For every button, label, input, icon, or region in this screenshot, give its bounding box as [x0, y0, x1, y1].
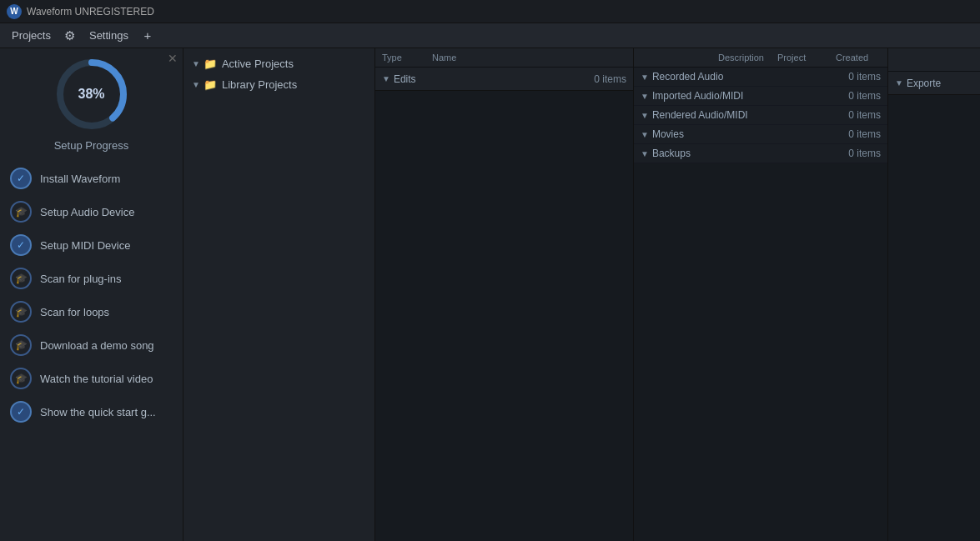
setup-label-demo: Download a demo song	[40, 339, 154, 352]
folder-icon-library: 📁	[204, 78, 217, 91]
setup-item-quickstart[interactable]: ✓ Show the quick start g...	[0, 395, 183, 428]
imported-audio-arrow: ▼	[641, 92, 649, 101]
edits-panel: Type Name ▼ Edits 0 items	[375, 48, 634, 541]
rendered-audio-left: ▼ Rendered Audio/MIDI	[641, 109, 748, 121]
backups-left: ▼ Backups	[641, 148, 691, 159]
active-projects-label: Active Projects	[222, 58, 294, 70]
tree-item-active-projects[interactable]: ▼ 📁 Active Projects	[183, 53, 374, 74]
setup-label-quickstart: Show the quick start g...	[40, 406, 156, 418]
setup-label-install: Install Waveform	[40, 173, 120, 185]
rendered-audio-count: 0 items	[848, 109, 881, 121]
edits-arrow: ▼	[382, 74, 390, 83]
exported-panel: ▼ Exporte	[888, 48, 980, 541]
media-row-movies[interactable]: ▼ Movies 0 items	[634, 125, 887, 144]
exported-header: ▼ Exporte	[888, 72, 980, 95]
media-row-rendered-audio[interactable]: ▼ Rendered Audio/MIDI 0 items	[634, 106, 887, 125]
media-row-recorded-audio[interactable]: ▼ Recorded Audio 0 items	[634, 68, 887, 87]
edits-empty-area	[375, 91, 633, 541]
menu-item-projects[interactable]: Projects	[3, 26, 59, 45]
folder-icon-active: 📁	[204, 58, 217, 70]
backups-label: Backups	[652, 148, 691, 159]
cap-icon-demo: 🎓	[10, 334, 32, 356]
tree-item-library-projects[interactable]: ▼ 📁 Library Projects	[183, 74, 374, 95]
setup-item-install-waveform[interactable]: ✓ Install Waveform	[0, 162, 183, 195]
movies-left: ▼ Movies	[641, 128, 684, 140]
check-icon-quickstart: ✓	[10, 401, 32, 423]
menu-bar: Projects ⚙ Settings +	[0, 23, 980, 48]
media-col-row: Description Project Created	[634, 48, 887, 68]
table-col-row: Type Name	[375, 48, 633, 68]
app-icon: W	[7, 4, 22, 19]
media-row-imported-audio[interactable]: ▼ Imported Audio/MIDI 0 items	[634, 87, 887, 106]
arrow-active-projects: ▼	[192, 59, 200, 68]
setup-label-tutorial: Watch the tutorial video	[40, 373, 153, 385]
edits-count: 0 items	[594, 73, 626, 85]
edits-header: ▼ Edits 0 items	[375, 68, 633, 91]
cap-icon-plugins: 🎓	[10, 268, 32, 289]
exported-col-row	[888, 48, 980, 72]
backups-count: 0 items	[848, 148, 881, 159]
progress-percent: 38%	[78, 87, 104, 102]
media-col-header-desc: Description	[704, 51, 771, 64]
imported-audio-left: ▼ Imported Audio/MIDI	[641, 90, 743, 102]
title-bar: W Waveform UNREGISTERED	[0, 0, 980, 23]
setup-item-demo-song[interactable]: 🎓 Download a demo song	[0, 328, 183, 362]
backups-arrow: ▼	[641, 149, 649, 158]
setup-label-plugins: Scan for plug-ins	[40, 273, 122, 285]
media-empty-area	[634, 163, 887, 541]
media-row-backups[interactable]: ▼ Backups 0 items	[634, 144, 887, 163]
library-projects-label: Library Projects	[222, 78, 297, 91]
setup-label-loops: Scan for loops	[40, 306, 109, 318]
setup-item-scan-plugins[interactable]: 🎓 Scan for plug-ins	[0, 262, 183, 295]
exported-label: Exporte	[907, 78, 941, 89]
movies-label: Movies	[652, 128, 684, 140]
recorded-audio-label: Recorded Audio	[652, 71, 723, 83]
col-header-name: Name	[425, 51, 633, 64]
media-col-header-created: Created	[829, 51, 887, 64]
col-header-type: Type	[375, 51, 425, 64]
media-col-header-project: Project	[771, 51, 829, 64]
exported-arrow: ▼	[895, 78, 903, 88]
media-col-header-name	[634, 51, 704, 64]
setup-label-midi: Setup MIDI Device	[40, 239, 130, 252]
menu-item-settings[interactable]: Settings	[81, 26, 137, 45]
check-icon-install: ✓	[10, 168, 32, 189]
recorded-audio-count: 0 items	[848, 71, 881, 83]
movies-arrow: ▼	[641, 130, 649, 139]
recorded-audio-arrow: ▼	[641, 73, 649, 82]
setup-item-scan-loops[interactable]: 🎓 Scan for loops	[0, 295, 183, 328]
progress-circle-wrap: 38%	[54, 57, 129, 134]
arrow-library-projects: ▼	[192, 80, 200, 89]
projects-panel: ▼ 📁 Active Projects ▼ 📁 Library Projects	[183, 48, 375, 541]
cap-icon-tutorial: 🎓	[10, 368, 32, 389]
cap-icon-loops: 🎓	[10, 301, 32, 323]
setup-label-audio: Setup Audio Device	[40, 206, 134, 218]
close-setup-button[interactable]: ✕	[168, 52, 178, 65]
rendered-audio-arrow: ▼	[641, 111, 649, 120]
imported-audio-label: Imported Audio/MIDI	[652, 90, 743, 102]
cap-icon-audio: 🎓	[10, 201, 32, 223]
exported-empty-area	[888, 95, 980, 541]
media-panel: Description Project Created ▼ Recorded A…	[634, 48, 888, 541]
check-icon-midi: ✓	[10, 234, 32, 256]
rendered-audio-label: Rendered Audio/MIDI	[652, 109, 748, 121]
edits-header-left: ▼ Edits	[382, 73, 416, 85]
setup-item-tutorial[interactable]: 🎓 Watch the tutorial video	[0, 362, 183, 395]
menu-add-icon[interactable]: +	[137, 25, 158, 47]
imported-audio-count: 0 items	[848, 90, 881, 102]
main-content: ✕ 38% Setup Progress ✓ Install Waveform …	[0, 48, 980, 541]
recorded-audio-left: ▼ Recorded Audio	[641, 71, 723, 83]
setup-title: Setup Progress	[54, 139, 129, 152]
setup-item-audio-device[interactable]: 🎓 Setup Audio Device	[0, 195, 183, 228]
setup-panel: ✕ 38% Setup Progress ✓ Install Waveform …	[0, 48, 183, 541]
app-title: Waveform UNREGISTERED	[27, 6, 154, 18]
edits-label: Edits	[394, 73, 416, 85]
menu-settings-icon[interactable]: ⚙	[59, 25, 81, 47]
setup-item-midi-device[interactable]: ✓ Setup MIDI Device	[0, 228, 183, 262]
movies-count: 0 items	[848, 128, 881, 140]
